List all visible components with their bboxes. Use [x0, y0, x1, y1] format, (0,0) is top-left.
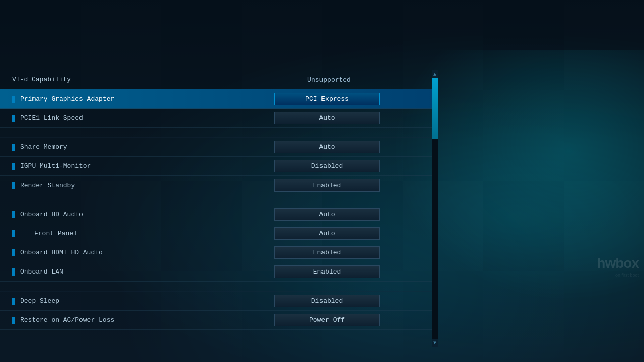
igpu-value-btn[interactable]: Disabled	[274, 160, 380, 172]
setting-row-pcie1[interactable]: PCIE1 Link Speed Auto	[0, 109, 438, 128]
nav-label-tool: Tool	[189, 33, 206, 41]
svg-rect-9	[618, 312, 620, 314]
nav-item-tool[interactable]: ✦ Tool	[173, 25, 216, 49]
nav-label-security: Security	[354, 33, 388, 41]
setting-label-share-memory: Share Memory	[4, 143, 220, 151]
setting-row-front-panel[interactable]: Front Panel Auto	[0, 224, 438, 243]
nav-item-main[interactable]: ☰ Main	[0, 25, 45, 49]
svg-rect-15	[618, 320, 620, 322]
setting-row-onboard-hdmi[interactable]: Onboard HDMI HD Audio Enabled	[0, 243, 438, 262]
setting-value-deep-sleep[interactable]: Disabled	[220, 295, 434, 307]
svg-rect-13	[610, 320, 612, 322]
scrollbar-up-button[interactable]: ▲	[432, 70, 438, 78]
setting-value-igpu[interactable]: Disabled	[220, 160, 434, 172]
hwbox-logo: hwbox	[597, 255, 639, 272]
main-icon: ☰	[9, 33, 16, 42]
tool-icon: ✦	[182, 33, 186, 42]
svg-rect-20	[625, 323, 627, 325]
setting-label-pcie1: PCIE1 Link Speed	[4, 114, 220, 122]
boot-icon: ⏻	[297, 33, 304, 41]
row-indicator	[12, 144, 15, 151]
nav-label-oc: OC Tweaker	[61, 33, 104, 41]
setting-value-onboard-hdmi[interactable]: Enabled	[220, 246, 434, 259]
description-panel: Description Select a primary VGA. hwbox …	[438, 70, 644, 347]
onboard-lan-value-btn[interactable]: Enabled	[274, 265, 380, 278]
svg-rect-28	[631, 330, 633, 332]
setting-value-render-standby[interactable]: Enabled	[220, 179, 434, 192]
app-title: ASRock UEFI	[276, 6, 368, 19]
setting-value-onboard-hd-audio[interactable]: Auto	[220, 208, 434, 221]
onboard-hd-audio-value-btn[interactable]: Auto	[274, 208, 380, 221]
svg-rect-10	[620, 315, 622, 317]
row-indicator	[12, 96, 15, 103]
cursor-indicator	[10, 351, 14, 359]
back-button[interactable]: ◄	[10, 55, 16, 65]
setting-label-deep-sleep: Deep Sleep	[4, 297, 220, 305]
setting-row-igpu[interactable]: IGPU Multi-Monitor Disabled	[0, 157, 438, 176]
svg-rect-17	[624, 320, 626, 322]
security-icon: 🔒	[343, 33, 351, 42]
setting-row-onboard-lan[interactable]: Onboard LAN Enabled	[0, 262, 438, 282]
row-indicator	[12, 298, 15, 305]
empty-row-3	[0, 282, 438, 292]
setting-value-onboard-lan[interactable]: Enabled	[220, 265, 434, 278]
desc-indicator	[447, 77, 450, 84]
svg-rect-25	[618, 332, 620, 334]
setting-row-onboard-hd-audio[interactable]: Onboard HD Audio Auto	[0, 205, 438, 224]
my-favorite-button[interactable]: ★ My Favorite	[577, 25, 644, 49]
nav-item-hw-monitor[interactable]: ◎ H/W Monitor	[216, 25, 288, 49]
navbar: ☰ Main ⚙ OC Tweaker ★ Advanced ✦ Tool ◎ …	[0, 25, 644, 50]
nav-label-main: Main	[19, 33, 36, 41]
description-title: Description	[454, 76, 500, 84]
oc-icon: ⚙	[54, 33, 58, 42]
front-panel-value-btn[interactable]: Auto	[274, 227, 380, 240]
setting-value-restore-ac[interactable]: Power Off	[220, 314, 434, 326]
setting-row-primary-graphics[interactable]: Primary Graphics Adapter PCI Express	[0, 89, 438, 109]
svg-rect-16	[621, 322, 623, 324]
setting-row-restore-ac[interactable]: Restore on AC/Power Loss Power Off	[0, 311, 438, 330]
svg-rect-11	[618, 318, 620, 320]
setting-row-deep-sleep[interactable]: Deep Sleep Disabled	[0, 292, 438, 311]
svg-rect-23	[618, 326, 620, 328]
my-favorite-label: My Favorite	[593, 34, 636, 41]
setting-label-onboard-lan: Onboard LAN	[4, 268, 220, 276]
breadcrumb: Advanced\Chipset Configuration	[22, 56, 148, 64]
render-standby-value-btn[interactable]: Enabled	[274, 179, 380, 192]
svg-rect-2	[609, 311, 615, 317]
vt-d-value: Unsupported	[303, 76, 351, 84]
setting-value-share-memory[interactable]: Auto	[220, 141, 434, 153]
language-selector[interactable]: English	[261, 350, 303, 360]
svg-rect-6	[609, 329, 615, 335]
primary-graphics-value-btn[interactable]: PCI Express	[274, 93, 380, 105]
description-header: Description	[439, 70, 644, 91]
settings-panel: VT-d Capability Unsupported Primary Grap…	[0, 70, 438, 347]
svg-rect-24	[621, 329, 623, 331]
nav-item-exit[interactable]: ⏻ Exit	[397, 25, 443, 49]
nav-item-boot[interactable]: ⏻ Boot	[288, 25, 334, 49]
onboard-hdmi-value-btn[interactable]: Enabled	[274, 246, 380, 259]
restore-ac-value-btn[interactable]: Power Off	[274, 314, 380, 326]
setting-value-pcie1[interactable]: Auto	[220, 112, 434, 124]
nav-item-advanced[interactable]: ★ Advanced	[113, 25, 173, 49]
scrollbar-thumb[interactable]	[432, 78, 438, 139]
deep-sleep-value-btn[interactable]: Disabled	[274, 295, 380, 307]
nav-item-oc-tweaker[interactable]: ⚙ OC Tweaker	[45, 25, 113, 49]
description-body: Select a primary VGA.	[439, 91, 644, 210]
setting-value-front-panel[interactable]: Auto	[220, 227, 434, 240]
setting-label-onboard-hdmi: Onboard HDMI HD Audio	[4, 249, 220, 256]
pcie1-value-btn[interactable]: Auto	[274, 112, 380, 124]
scrollbar-down-button[interactable]: ▼	[432, 339, 438, 347]
setting-value-primary-graphics[interactable]: PCI Express	[220, 93, 434, 105]
status-bar: English Fri 06/27/2014 18:19:51	[0, 347, 644, 362]
setting-value-vt-d: Unsupported	[220, 75, 434, 84]
row-indicator	[12, 268, 15, 276]
setting-row-vt-d[interactable]: VT-d Capability Unsupported	[0, 70, 438, 89]
setting-row-share-memory[interactable]: Share Memory Auto	[0, 138, 438, 157]
svg-rect-4	[627, 311, 633, 317]
nav-label-advanced: Advanced	[130, 33, 164, 41]
nav-label-exit: Exit	[417, 33, 434, 41]
share-memory-value-btn[interactable]: Auto	[274, 141, 380, 153]
nav-item-security[interactable]: 🔒 Security	[334, 25, 397, 49]
setting-row-render-standby[interactable]: Render Standby Enabled	[0, 176, 438, 195]
description-text: Select a primary VGA.	[447, 100, 529, 108]
